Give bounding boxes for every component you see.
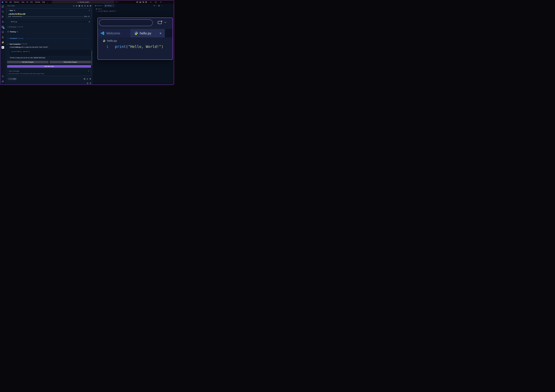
sidebar-item-source-control[interactable] xyxy=(0,14,5,19)
sidebar-item-explorer[interactable] xyxy=(0,4,5,9)
open-external-icon[interactable] xyxy=(89,82,91,84)
context-slider[interactable] xyxy=(12,16,83,17)
chevron-down-icon[interactable] xyxy=(164,22,166,23)
sidebar-item-extensions[interactable]: 1 xyxy=(0,24,5,29)
prompts-list-icon[interactable] xyxy=(76,5,78,7)
code-block[interactable]: print("Hello, World!") xyxy=(10,49,91,56)
task-close-icon[interactable]: × xyxy=(89,10,90,11)
token-bar xyxy=(18,13,19,15)
scrollbar-thumb[interactable] xyxy=(92,51,92,65)
sidebar-item-python[interactable] xyxy=(0,40,5,45)
more-actions-icon[interactable]: ··· xyxy=(161,5,163,7)
titlebar: File Edit Selection View Go Run Terminal… xyxy=(0,0,174,4)
composer-placeholder: Type a message... xyxy=(8,70,90,72)
mode-selector[interactable]: ^ </> Code xyxy=(8,78,17,80)
split-editor-icon[interactable] xyxy=(158,5,160,7)
code-line: 1 print("Hello, World!") xyxy=(96,10,116,12)
tab-hello-py[interactable]: hello.py × xyxy=(130,29,165,37)
overlay-search-field[interactable] xyxy=(99,19,153,26)
menu-item-view[interactable]: View xyxy=(20,1,25,3)
tab-welcome[interactable]: Welcome xyxy=(94,4,104,7)
preview-sparkle-icon[interactable] xyxy=(158,20,163,24)
mode-label: Code xyxy=(13,78,16,79)
revert-new-changes-button[interactable]: Revert New Changes xyxy=(50,61,91,63)
run-command-chip: python hello.py xyxy=(33,57,45,58)
menu-item-edit[interactable]: Edit xyxy=(8,1,13,3)
python-icon xyxy=(103,39,105,42)
checkpoint-status: (Current) xyxy=(18,38,23,39)
customize-layout-icon[interactable] xyxy=(145,1,147,3)
checkpoint-label[interactable]: Checkpoint xyxy=(10,38,17,39)
editor-tabs: Welcome hello.py × xyxy=(94,4,115,7)
code-text: print("Hello, World!") xyxy=(98,10,116,12)
task-completed-label: Task Completed xyxy=(9,43,20,45)
close-button[interactable]: × xyxy=(158,0,163,4)
chevron-right-icon[interactable]: › xyxy=(8,10,8,11)
gear-icon[interactable] xyxy=(87,5,88,7)
file-row[interactable]: hello.py xyxy=(10,20,91,23)
token-bar xyxy=(19,14,20,15)
open-external-icon[interactable] xyxy=(88,21,90,22)
toggle-panel-icon[interactable] xyxy=(139,1,141,3)
back-arrow-icon[interactable]: ← xyxy=(46,1,50,3)
marketplace-grid-icon[interactable] xyxy=(79,5,80,7)
maximize-button[interactable] xyxy=(153,0,158,4)
token-bar xyxy=(23,13,24,15)
breadcrumb[interactable]: hello.py xyxy=(96,8,102,9)
tab-close-icon[interactable]: × xyxy=(113,5,113,7)
account-button[interactable] xyxy=(0,74,5,79)
code-token-fn: print xyxy=(12,51,16,52)
code-text: print("Hello, World!") xyxy=(115,44,163,49)
chevron-up-icon: ^ xyxy=(9,78,9,79)
kilo-code-icon: K xyxy=(1,46,4,49)
send-icon[interactable] xyxy=(89,78,91,80)
menu-item-go[interactable]: Go xyxy=(25,1,29,3)
api-request-row[interactable]: › API Request 07:41 PM xyxy=(7,26,23,28)
new-task-plus-icon[interactable] xyxy=(73,5,75,7)
sidebar-item-search[interactable] xyxy=(0,9,5,14)
overlay-tab-strip: Welcome hello.py × xyxy=(98,29,173,37)
menu-item-run[interactable]: Run xyxy=(29,1,34,3)
panel-footer-icons xyxy=(87,82,91,84)
sidebar-item-run-debug[interactable] xyxy=(0,19,5,24)
sidebar-item-testing[interactable] xyxy=(0,35,5,40)
sidebar-item-remote-explorer[interactable] xyxy=(0,29,5,35)
chevron-down-icon[interactable] xyxy=(156,5,157,6)
menu-item-file[interactable]: File xyxy=(4,1,8,3)
context-move-icon[interactable] xyxy=(88,16,90,17)
open-in-editor-icon[interactable] xyxy=(90,5,91,7)
account-icon[interactable] xyxy=(84,5,86,7)
menu-item-selection[interactable]: Selection xyxy=(13,1,20,3)
copilot-icon[interactable] xyxy=(116,1,119,3)
overlay-breadcrumb[interactable]: hello.py xyxy=(98,37,117,44)
see-new-changes-button[interactable]: See New Changes xyxy=(7,61,49,63)
context-database-icon[interactable] xyxy=(84,78,85,80)
enhance-prompt-wand-icon[interactable] xyxy=(88,70,90,72)
menu-item-help[interactable]: Help xyxy=(41,1,46,3)
tab-close-icon[interactable]: × xyxy=(160,32,161,35)
toggle-primary-sidebar-icon[interactable] xyxy=(137,1,138,3)
sidebar-item-kilo-code[interactable]: K xyxy=(0,45,5,50)
toggle-secondary-sidebar-icon[interactable] xyxy=(142,1,144,3)
history-icon[interactable] xyxy=(81,5,83,7)
scale-icon[interactable] xyxy=(87,82,88,84)
message-composer[interactable]: Type a message... (@ to add context, / f… xyxy=(7,69,91,76)
attach-paperclip-icon[interactable] xyxy=(87,78,88,80)
token-bar xyxy=(12,13,13,15)
line-number: 1 xyxy=(96,10,97,12)
minimize-button[interactable] xyxy=(148,0,153,4)
command-center-search[interactable]: kilocode_project xyxy=(52,1,114,3)
menu-bar: File Edit Selection View Go Run Terminal… xyxy=(4,1,46,3)
run-file-icon[interactable] xyxy=(153,5,155,7)
zoom-overlay: Welcome hello.py × hello.py 1 print("Hel… xyxy=(97,18,173,60)
menu-item-terminal[interactable]: Terminal xyxy=(34,1,41,3)
start-new-task-button[interactable]: Start New Task xyxy=(7,65,91,68)
overlay-code-line: 1 print("Hello, World!") xyxy=(98,44,163,49)
tab-welcome[interactable]: Welcome xyxy=(98,29,130,37)
code-token-string: "Hello, World!" xyxy=(103,10,115,12)
kilo-code-panel: KILO CODE › Task: hi × 10.5k xyxy=(5,4,93,85)
tab-hello-py[interactable]: hello.py × xyxy=(104,4,115,7)
run-note: The file is ready and can be run with py… xyxy=(10,57,46,58)
api-request-label: API Request xyxy=(8,26,16,28)
settings-button[interactable] xyxy=(0,79,5,84)
